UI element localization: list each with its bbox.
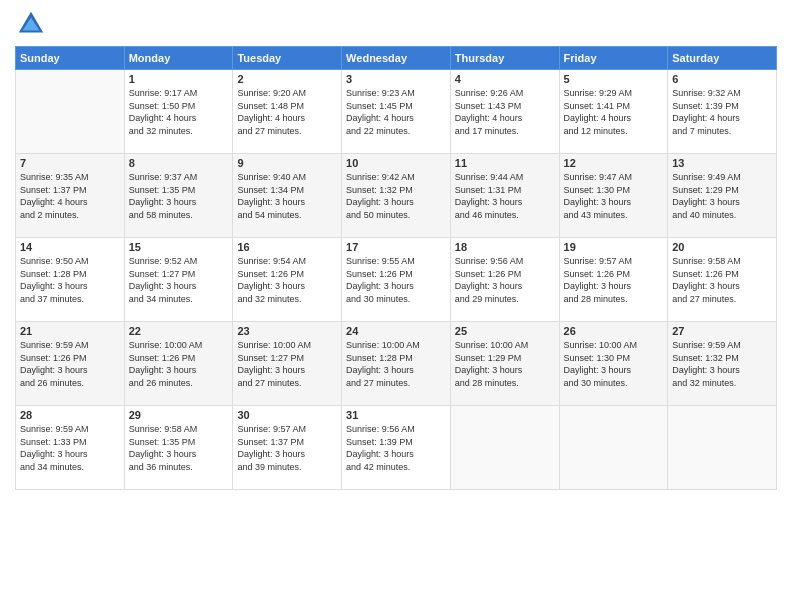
calendar-cell xyxy=(16,70,125,154)
day-info: Sunrise: 9:55 AM Sunset: 1:26 PM Dayligh… xyxy=(346,255,446,305)
day-number: 22 xyxy=(129,325,229,337)
day-info: Sunrise: 9:26 AM Sunset: 1:43 PM Dayligh… xyxy=(455,87,555,137)
week-row-3: 14Sunrise: 9:50 AM Sunset: 1:28 PM Dayli… xyxy=(16,238,777,322)
calendar-cell: 24Sunrise: 10:00 AM Sunset: 1:28 PM Dayl… xyxy=(342,322,451,406)
day-info: Sunrise: 9:44 AM Sunset: 1:31 PM Dayligh… xyxy=(455,171,555,221)
day-info: Sunrise: 9:23 AM Sunset: 1:45 PM Dayligh… xyxy=(346,87,446,137)
day-info: Sunrise: 9:20 AM Sunset: 1:48 PM Dayligh… xyxy=(237,87,337,137)
week-row-2: 7Sunrise: 9:35 AM Sunset: 1:37 PM Daylig… xyxy=(16,154,777,238)
day-number: 4 xyxy=(455,73,555,85)
logo xyxy=(15,10,45,38)
calendar-cell: 12Sunrise: 9:47 AM Sunset: 1:30 PM Dayli… xyxy=(559,154,668,238)
week-row-1: 1Sunrise: 9:17 AM Sunset: 1:50 PM Daylig… xyxy=(16,70,777,154)
calendar-header-row: SundayMondayTuesdayWednesdayThursdayFrid… xyxy=(16,47,777,70)
day-info: Sunrise: 9:29 AM Sunset: 1:41 PM Dayligh… xyxy=(564,87,664,137)
day-info: Sunrise: 10:00 AM Sunset: 1:29 PM Daylig… xyxy=(455,339,555,389)
day-info: Sunrise: 9:56 AM Sunset: 1:26 PM Dayligh… xyxy=(455,255,555,305)
calendar-cell: 14Sunrise: 9:50 AM Sunset: 1:28 PM Dayli… xyxy=(16,238,125,322)
week-row-5: 28Sunrise: 9:59 AM Sunset: 1:33 PM Dayli… xyxy=(16,406,777,490)
day-info: Sunrise: 9:35 AM Sunset: 1:37 PM Dayligh… xyxy=(20,171,120,221)
day-number: 19 xyxy=(564,241,664,253)
calendar-cell: 5Sunrise: 9:29 AM Sunset: 1:41 PM Daylig… xyxy=(559,70,668,154)
day-header-sunday: Sunday xyxy=(16,47,125,70)
logo-icon xyxy=(17,10,45,38)
day-number: 28 xyxy=(20,409,120,421)
calendar-cell: 6Sunrise: 9:32 AM Sunset: 1:39 PM Daylig… xyxy=(668,70,777,154)
day-info: Sunrise: 9:59 AM Sunset: 1:26 PM Dayligh… xyxy=(20,339,120,389)
day-number: 8 xyxy=(129,157,229,169)
calendar-cell xyxy=(668,406,777,490)
day-info: Sunrise: 9:17 AM Sunset: 1:50 PM Dayligh… xyxy=(129,87,229,137)
calendar-cell: 13Sunrise: 9:49 AM Sunset: 1:29 PM Dayli… xyxy=(668,154,777,238)
calendar-cell: 19Sunrise: 9:57 AM Sunset: 1:26 PM Dayli… xyxy=(559,238,668,322)
calendar-cell: 29Sunrise: 9:58 AM Sunset: 1:35 PM Dayli… xyxy=(124,406,233,490)
day-number: 1 xyxy=(129,73,229,85)
calendar-cell: 22Sunrise: 10:00 AM Sunset: 1:26 PM Dayl… xyxy=(124,322,233,406)
day-number: 2 xyxy=(237,73,337,85)
day-header-friday: Friday xyxy=(559,47,668,70)
day-number: 12 xyxy=(564,157,664,169)
calendar-cell: 28Sunrise: 9:59 AM Sunset: 1:33 PM Dayli… xyxy=(16,406,125,490)
calendar-cell: 27Sunrise: 9:59 AM Sunset: 1:32 PM Dayli… xyxy=(668,322,777,406)
calendar-cell: 3Sunrise: 9:23 AM Sunset: 1:45 PM Daylig… xyxy=(342,70,451,154)
day-info: Sunrise: 9:32 AM Sunset: 1:39 PM Dayligh… xyxy=(672,87,772,137)
day-number: 7 xyxy=(20,157,120,169)
calendar-cell: 30Sunrise: 9:57 AM Sunset: 1:37 PM Dayli… xyxy=(233,406,342,490)
calendar-cell: 16Sunrise: 9:54 AM Sunset: 1:26 PM Dayli… xyxy=(233,238,342,322)
calendar-cell: 23Sunrise: 10:00 AM Sunset: 1:27 PM Dayl… xyxy=(233,322,342,406)
calendar-cell: 31Sunrise: 9:56 AM Sunset: 1:39 PM Dayli… xyxy=(342,406,451,490)
day-info: Sunrise: 9:57 AM Sunset: 1:37 PM Dayligh… xyxy=(237,423,337,473)
day-number: 21 xyxy=(20,325,120,337)
calendar-cell: 11Sunrise: 9:44 AM Sunset: 1:31 PM Dayli… xyxy=(450,154,559,238)
day-number: 25 xyxy=(455,325,555,337)
day-info: Sunrise: 9:49 AM Sunset: 1:29 PM Dayligh… xyxy=(672,171,772,221)
day-info: Sunrise: 9:58 AM Sunset: 1:26 PM Dayligh… xyxy=(672,255,772,305)
day-number: 9 xyxy=(237,157,337,169)
day-header-thursday: Thursday xyxy=(450,47,559,70)
day-header-monday: Monday xyxy=(124,47,233,70)
day-number: 5 xyxy=(564,73,664,85)
day-info: Sunrise: 10:00 AM Sunset: 1:26 PM Daylig… xyxy=(129,339,229,389)
day-number: 24 xyxy=(346,325,446,337)
day-number: 27 xyxy=(672,325,772,337)
day-number: 26 xyxy=(564,325,664,337)
calendar-cell: 18Sunrise: 9:56 AM Sunset: 1:26 PM Dayli… xyxy=(450,238,559,322)
day-number: 29 xyxy=(129,409,229,421)
calendar-cell xyxy=(559,406,668,490)
day-number: 30 xyxy=(237,409,337,421)
calendar-cell: 9Sunrise: 9:40 AM Sunset: 1:34 PM Daylig… xyxy=(233,154,342,238)
day-info: Sunrise: 9:47 AM Sunset: 1:30 PM Dayligh… xyxy=(564,171,664,221)
day-number: 17 xyxy=(346,241,446,253)
day-number: 18 xyxy=(455,241,555,253)
day-number: 10 xyxy=(346,157,446,169)
calendar-cell: 25Sunrise: 10:00 AM Sunset: 1:29 PM Dayl… xyxy=(450,322,559,406)
week-row-4: 21Sunrise: 9:59 AM Sunset: 1:26 PM Dayli… xyxy=(16,322,777,406)
calendar-cell: 17Sunrise: 9:55 AM Sunset: 1:26 PM Dayli… xyxy=(342,238,451,322)
day-info: Sunrise: 9:59 AM Sunset: 1:32 PM Dayligh… xyxy=(672,339,772,389)
day-number: 11 xyxy=(455,157,555,169)
calendar-cell: 1Sunrise: 9:17 AM Sunset: 1:50 PM Daylig… xyxy=(124,70,233,154)
day-info: Sunrise: 9:52 AM Sunset: 1:27 PM Dayligh… xyxy=(129,255,229,305)
calendar-cell xyxy=(450,406,559,490)
day-info: Sunrise: 9:56 AM Sunset: 1:39 PM Dayligh… xyxy=(346,423,446,473)
day-number: 15 xyxy=(129,241,229,253)
calendar-cell: 21Sunrise: 9:59 AM Sunset: 1:26 PM Dayli… xyxy=(16,322,125,406)
day-number: 16 xyxy=(237,241,337,253)
calendar-cell: 8Sunrise: 9:37 AM Sunset: 1:35 PM Daylig… xyxy=(124,154,233,238)
day-number: 23 xyxy=(237,325,337,337)
calendar-cell: 2Sunrise: 9:20 AM Sunset: 1:48 PM Daylig… xyxy=(233,70,342,154)
day-header-tuesday: Tuesday xyxy=(233,47,342,70)
calendar-table: SundayMondayTuesdayWednesdayThursdayFrid… xyxy=(15,46,777,490)
calendar-cell: 15Sunrise: 9:52 AM Sunset: 1:27 PM Dayli… xyxy=(124,238,233,322)
calendar-cell: 26Sunrise: 10:00 AM Sunset: 1:30 PM Dayl… xyxy=(559,322,668,406)
calendar-cell: 20Sunrise: 9:58 AM Sunset: 1:26 PM Dayli… xyxy=(668,238,777,322)
calendar-page: SundayMondayTuesdayWednesdayThursdayFrid… xyxy=(0,0,792,612)
calendar-cell: 7Sunrise: 9:35 AM Sunset: 1:37 PM Daylig… xyxy=(16,154,125,238)
day-number: 31 xyxy=(346,409,446,421)
day-number: 20 xyxy=(672,241,772,253)
day-info: Sunrise: 10:00 AM Sunset: 1:28 PM Daylig… xyxy=(346,339,446,389)
day-header-saturday: Saturday xyxy=(668,47,777,70)
day-number: 14 xyxy=(20,241,120,253)
day-info: Sunrise: 10:00 AM Sunset: 1:30 PM Daylig… xyxy=(564,339,664,389)
day-info: Sunrise: 9:42 AM Sunset: 1:32 PM Dayligh… xyxy=(346,171,446,221)
